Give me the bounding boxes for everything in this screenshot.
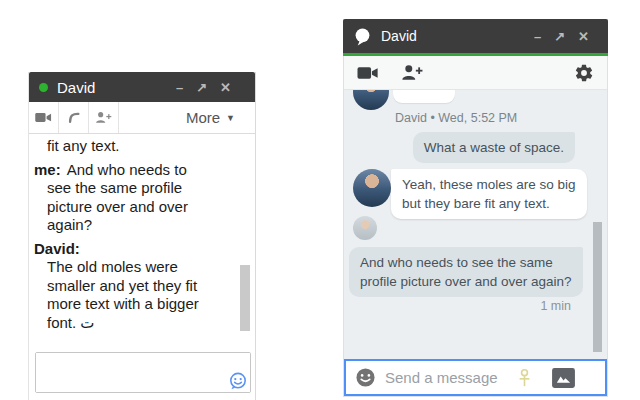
new-window-titlebar[interactable]: David – ↗ ✕ (343, 19, 608, 53)
sender-meta: David • Wed, 5:52 PM (395, 111, 517, 125)
close-icon[interactable]: ✕ (578, 30, 589, 43)
call-icon (67, 111, 81, 124)
photo-icon[interactable] (552, 368, 575, 388)
close-icon[interactable]: ✕ (220, 81, 231, 94)
more-menu-button[interactable]: More ▼ (186, 102, 255, 133)
minimize-icon[interactable]: – (176, 81, 183, 94)
chat-line: me:And who needs to (34, 161, 231, 180)
person-add-icon[interactable] (401, 64, 423, 81)
screenshot-canvas: David – ↗ ✕ (0, 0, 640, 400)
video-camera-icon[interactable] (357, 66, 379, 80)
more-label: More (186, 109, 220, 126)
message-bubble-clipped (393, 90, 455, 103)
gear-icon[interactable] (574, 63, 594, 83)
scrollbar-thumb[interactable] (593, 222, 602, 352)
chat-line: smaller and yet they fit (34, 277, 231, 296)
avatar (353, 90, 389, 110)
caret-down-icon: ▼ (226, 113, 235, 123)
ankh-icon (518, 367, 531, 389)
sender-label: me: (34, 161, 61, 178)
old-window-titlebar[interactable]: David – ↗ ✕ (29, 72, 255, 102)
chat-line: picture over and over (34, 198, 231, 217)
add-person-button[interactable] (89, 102, 119, 133)
message-history: David • Wed, 5:52 PM What a waste of spa… (344, 90, 607, 359)
video-call-button[interactable] (29, 102, 59, 133)
presence-online-icon (39, 83, 48, 92)
old-toolbar: More ▼ (29, 102, 255, 134)
chat-line: fit any text. (34, 137, 231, 156)
chat-line: see the same profile (34, 179, 231, 198)
minimize-icon[interactable]: – (534, 30, 541, 43)
chat-line: again? (34, 216, 231, 235)
sender-label: David: (34, 240, 80, 257)
new-chat-window: David – ↗ ✕ David • Wed, 5:52 PM What a (343, 19, 608, 397)
scrollbar-thumb[interactable] (240, 265, 250, 331)
person-add-icon (95, 111, 112, 124)
avatar (353, 169, 391, 207)
new-toolbar (344, 56, 607, 90)
message-input-box[interactable] (35, 352, 251, 393)
message-input-bar[interactable] (344, 359, 607, 396)
old-chat-window: David – ↗ ✕ (28, 72, 256, 400)
send-message-input[interactable] (385, 369, 509, 386)
outgoing-message-bubble: And who needs to see the same profile pi… (349, 247, 583, 297)
chat-title: David (57, 79, 95, 96)
call-button[interactable] (59, 102, 89, 133)
chat-line: David: (34, 240, 231, 259)
message-textarea[interactable] (36, 353, 250, 392)
chat-line: more text with a bigger (34, 295, 231, 314)
outgoing-message-bubble: What a waste of space. (413, 132, 575, 163)
old-message-history: fit any text. me:And who needs to see th… (29, 134, 255, 348)
emoji-smiley-icon[interactable] (355, 367, 376, 388)
chat-line: The old moles were (34, 258, 231, 277)
chat-title: David (381, 28, 417, 44)
hangouts-balloon-icon (353, 27, 372, 46)
popout-icon[interactable]: ↗ (554, 30, 565, 43)
video-camera-icon (35, 112, 52, 123)
popout-icon[interactable]: ↗ (196, 81, 207, 94)
incoming-message-bubble: Yeah, these moles are so big but they ba… (391, 169, 587, 219)
avatar (353, 216, 377, 240)
timestamp: 1 min (540, 299, 571, 313)
emoji-smiley-icon[interactable] (229, 372, 247, 390)
chat-line: font. ت (34, 314, 231, 333)
